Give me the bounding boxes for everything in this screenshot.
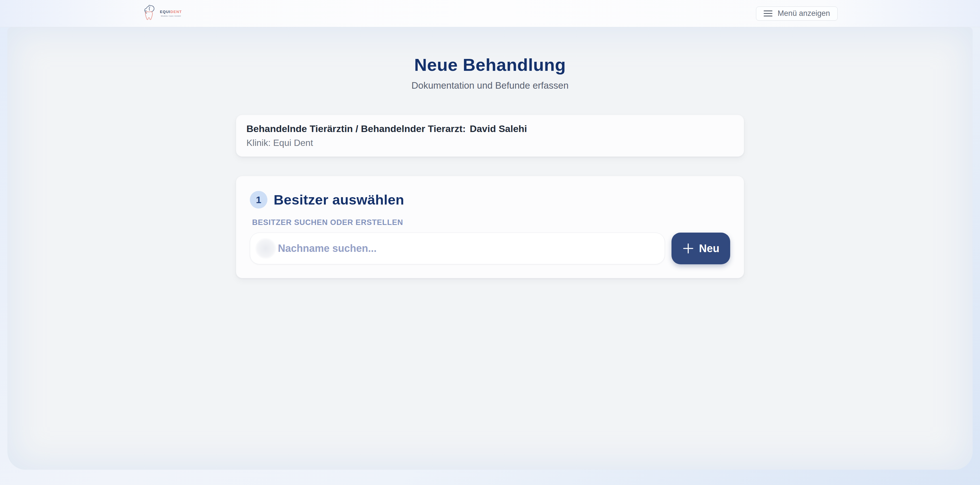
- brand-wordmark: EQUIDENT Mobile Care GmbH: [160, 10, 182, 17]
- horse-tooth-logo-icon: [142, 5, 155, 22]
- step-number-badge: 1: [250, 191, 267, 209]
- practitioner-name: David Salehi: [469, 123, 527, 134]
- practitioner-label: Behandelnde Tierärztin / Behandelnder Ti…: [247, 123, 466, 134]
- brand-tagline: Mobile Care GmbH: [161, 15, 181, 17]
- content-column: Behandelnde Tierärztin / Behandelnder Ti…: [236, 115, 744, 278]
- app-header: EQUIDENT Mobile Care GmbH Menü anzeigen: [0, 0, 980, 27]
- owner-lastname-search-input[interactable]: [250, 233, 665, 264]
- owner-search-row: Neu: [250, 233, 730, 264]
- owner-select-card: 1 Besitzer auswählen BESITZER SUCHEN ODE…: [236, 176, 744, 278]
- clinic-line: Klinik: Equi Dent: [247, 138, 733, 148]
- new-owner-button[interactable]: Neu: [671, 233, 730, 264]
- header-container: EQUIDENT Mobile Care GmbH Menü anzeigen: [142, 0, 838, 27]
- page-subtitle: Dokumentation und Befunde erfassen: [7, 80, 973, 91]
- page-title: Neue Behandlung: [7, 27, 973, 75]
- step-header: 1 Besitzer auswählen: [250, 191, 730, 209]
- owner-search-label: BESITZER SUCHEN ODER ERSTELLEN: [252, 218, 730, 227]
- search-icon: [255, 238, 276, 259]
- hamburger-icon: [764, 11, 772, 17]
- plus-icon: [682, 242, 694, 254]
- main-content-panel: Neue Behandlung Dokumentation und Befund…: [7, 27, 973, 470]
- menu-button-label: Menü anzeigen: [778, 9, 830, 18]
- brand-name: EQUIDENT: [160, 10, 182, 14]
- practitioner-card: Behandelnde Tierärztin / Behandelnder Ti…: [236, 115, 744, 157]
- brand-logo[interactable]: EQUIDENT Mobile Care GmbH: [142, 5, 182, 22]
- practitioner-line: Behandelnde Tierärztin / Behandelnder Ti…: [247, 123, 733, 134]
- owner-search-box: [250, 233, 665, 264]
- step-title: Besitzer auswählen: [274, 192, 404, 208]
- new-owner-button-label: Neu: [699, 242, 719, 255]
- show-menu-button[interactable]: Menü anzeigen: [756, 6, 838, 21]
